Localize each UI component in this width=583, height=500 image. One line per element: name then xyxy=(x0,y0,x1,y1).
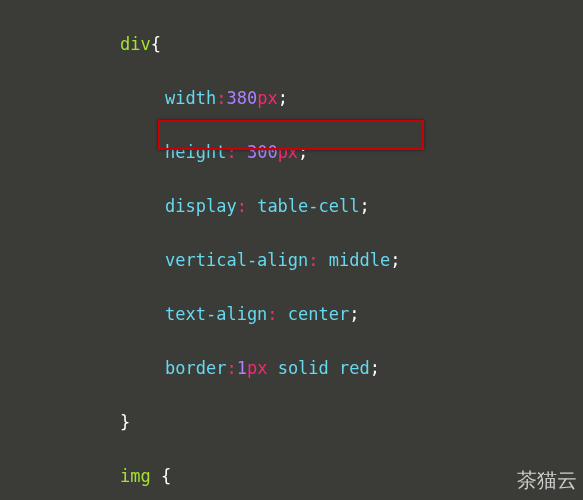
css-selector: img xyxy=(120,466,161,486)
code-line: img { xyxy=(0,463,583,490)
code-line: height: 300px; xyxy=(0,139,583,166)
code-line: } xyxy=(0,409,583,436)
code-line: border:1px solid red; xyxy=(0,355,583,382)
css-selector: div xyxy=(120,34,151,54)
code-line: display: table-cell; xyxy=(0,193,583,220)
code-editor[interactable]: div{ width:380px; height: 300px; display… xyxy=(0,0,583,500)
code-line: text-align: center; xyxy=(0,301,583,328)
watermark-text: 茶猫云 xyxy=(517,467,577,494)
code-line: width:380px; xyxy=(0,85,583,112)
code-line: div{ xyxy=(0,31,583,58)
code-line-highlighted: vertical-align: middle; xyxy=(0,247,583,274)
